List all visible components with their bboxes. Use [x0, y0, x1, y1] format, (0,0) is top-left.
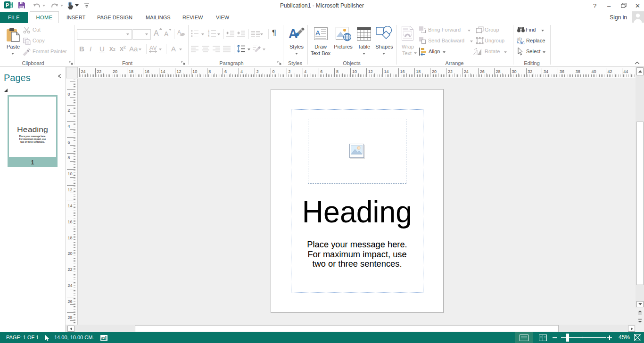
svg-text:44: 44 — [623, 69, 628, 74]
svg-text:8: 8 — [208, 69, 211, 74]
svg-text:16: 16 — [400, 69, 405, 74]
svg-text:26: 26 — [480, 69, 485, 74]
svg-text:A: A — [315, 29, 320, 37]
svg-text:40: 40 — [592, 69, 596, 74]
svg-text:18: 18 — [68, 236, 73, 240]
svg-text:14: 14 — [384, 69, 389, 74]
svg-text:42: 42 — [608, 69, 612, 74]
svg-text:36: 36 — [560, 69, 564, 74]
svg-text:12: 12 — [177, 69, 182, 74]
svg-text:4: 4 — [240, 69, 243, 74]
svg-text:28: 28 — [68, 315, 73, 320]
svg-text:18: 18 — [129, 69, 133, 74]
svg-text:12: 12 — [68, 188, 73, 192]
svg-text:20: 20 — [432, 69, 437, 74]
svg-text:30: 30 — [512, 69, 516, 74]
svg-text:32: 32 — [528, 69, 532, 74]
svg-text:8: 8 — [336, 69, 339, 74]
svg-text:24: 24 — [464, 69, 469, 74]
svg-text:4: 4 — [68, 124, 70, 129]
svg-text:16: 16 — [145, 69, 149, 74]
svg-text:34: 34 — [544, 69, 548, 74]
svg-text:24: 24 — [68, 283, 73, 288]
svg-text:10: 10 — [352, 69, 357, 74]
svg-text:2: 2 — [289, 69, 291, 74]
svg-text:0: 0 — [272, 69, 275, 74]
svg-text:4: 4 — [304, 69, 306, 74]
svg-text:xy: xy — [101, 335, 106, 340]
svg-text:2: 2 — [256, 69, 259, 74]
svg-text:10: 10 — [192, 69, 197, 74]
svg-text:12: 12 — [368, 69, 373, 74]
svg-text:6: 6 — [320, 69, 322, 74]
svg-text:0: 0 — [68, 92, 70, 97]
svg-text:18: 18 — [416, 69, 421, 74]
svg-text:3: 3 — [208, 35, 210, 38]
svg-text:26: 26 — [68, 299, 73, 304]
svg-text:6: 6 — [224, 69, 227, 74]
svg-text:2: 2 — [68, 108, 70, 113]
svg-text:ac: ac — [520, 40, 525, 45]
svg-text:16: 16 — [68, 220, 73, 224]
svg-text:22: 22 — [68, 267, 73, 272]
svg-text:38: 38 — [576, 69, 580, 74]
svg-text:22: 22 — [97, 69, 101, 74]
svg-text:6: 6 — [68, 140, 70, 145]
svg-text:8: 8 — [68, 155, 70, 160]
svg-text:14: 14 — [68, 204, 73, 208]
svg-text:20: 20 — [113, 69, 117, 74]
svg-text:22: 22 — [448, 69, 453, 74]
svg-text:28: 28 — [496, 69, 501, 74]
svg-text:20: 20 — [68, 251, 73, 256]
svg-text:14: 14 — [161, 69, 165, 74]
svg-text:24: 24 — [81, 69, 85, 74]
svg-text:10: 10 — [68, 172, 73, 176]
